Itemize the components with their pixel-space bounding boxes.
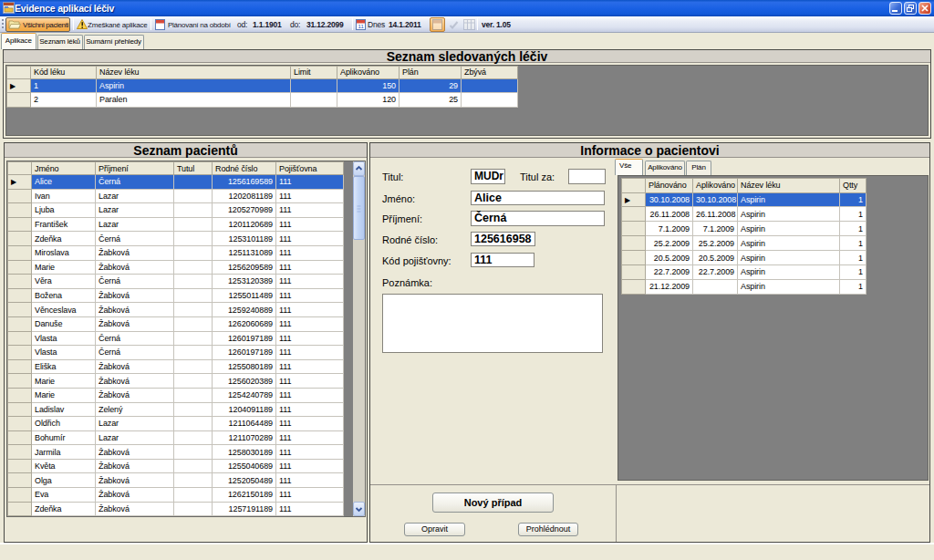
svg-text:11: 11 <box>358 24 365 29</box>
